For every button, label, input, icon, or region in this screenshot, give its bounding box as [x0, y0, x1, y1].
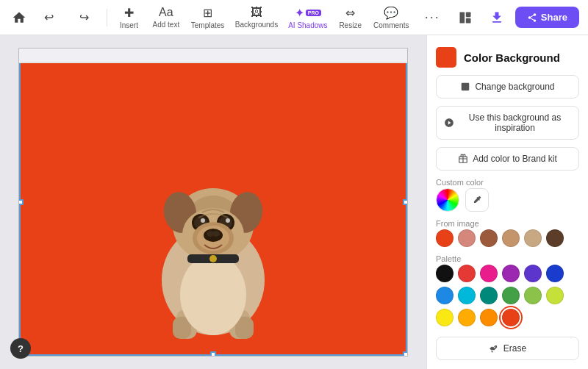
- resize-button[interactable]: ⇔ Resize: [334, 4, 367, 31]
- palette-color-15[interactable]: [502, 309, 520, 326]
- from-image-color-0[interactable]: [436, 229, 453, 247]
- palette-color-1[interactable]: [458, 265, 476, 282]
- home-button[interactable]: [9, 6, 30, 29]
- color-spectrum[interactable]: [436, 188, 459, 212]
- templates-button[interactable]: ⊞ Templates: [187, 4, 229, 31]
- from-image-color-3[interactable]: [502, 229, 520, 247]
- svg-rect-0: [459, 12, 465, 23]
- palette-color-10[interactable]: [524, 287, 542, 304]
- erase-button[interactable]: Erase: [436, 337, 579, 360]
- custom-color-label: Custom color: [436, 178, 579, 187]
- palette-color-3[interactable]: [502, 265, 520, 282]
- custom-color-row: [436, 188, 579, 212]
- palette-color-4[interactable]: [524, 265, 542, 282]
- backgrounds-button[interactable]: 🖼 Backgrounds: [232, 4, 282, 30]
- redo-button[interactable]: ↪: [68, 9, 101, 26]
- svg-point-26: [209, 255, 217, 262]
- add-text-button[interactable]: Aa Add text: [148, 4, 184, 30]
- inspiration-icon: [444, 118, 454, 128]
- toolbar-end: ··· Share: [419, 5, 579, 30]
- palette-color-5[interactable]: [546, 265, 564, 282]
- undo-button[interactable]: ↩: [33, 9, 65, 26]
- canvas-wrapper: [18, 48, 408, 357]
- eyedropper-icon: [472, 195, 482, 205]
- layout-toggle-button[interactable]: [452, 7, 478, 28]
- svg-point-24: [212, 231, 220, 237]
- palette-color-7[interactable]: [458, 287, 476, 304]
- pug-image: [132, 104, 294, 339]
- toolbar: ↩ ↪ ✚ Insert Aa Add text ⊞ Templates 🖼 B…: [0, 0, 588, 35]
- palette-color-9[interactable]: [502, 287, 520, 304]
- ai-shadows-button[interactable]: ✦PRO AI Shadows: [284, 4, 331, 31]
- palette-color-12[interactable]: [436, 309, 453, 326]
- from-image-colors: [436, 229, 579, 247]
- main-content: ? Color Background Change background Use…: [0, 35, 588, 369]
- insert-button[interactable]: ✚ Insert: [112, 4, 145, 31]
- svg-point-8: [180, 254, 246, 335]
- eyedropper-button[interactable]: [465, 188, 489, 212]
- comments-button[interactable]: 💬 Comments: [370, 4, 413, 31]
- panel-title: Color Background: [464, 51, 560, 64]
- change-background-button[interactable]: Change background: [436, 75, 579, 98]
- svg-rect-1: [466, 12, 471, 17]
- from-image-color-4[interactable]: [524, 229, 542, 247]
- custom-color-section: Custom color: [436, 178, 579, 212]
- palette-color-2[interactable]: [480, 265, 498, 282]
- palette-color-14[interactable]: [480, 309, 498, 326]
- erase-icon: [489, 343, 499, 354]
- from-image-section: From image: [436, 219, 579, 247]
- from-image-color-1[interactable]: [458, 229, 476, 247]
- from-image-color-2[interactable]: [480, 229, 498, 247]
- svg-rect-2: [466, 18, 471, 23]
- palette-color-8[interactable]: [480, 287, 498, 304]
- use-as-inspiration-button[interactable]: Use this background as inspiration: [436, 106, 579, 140]
- palette-color-11[interactable]: [546, 287, 564, 304]
- more-options-button[interactable]: ···: [419, 7, 446, 28]
- side-panel: Color Background Change background Use t…: [426, 35, 588, 369]
- from-image-label: From image: [436, 219, 579, 228]
- download-button[interactable]: [484, 5, 509, 30]
- canvas-area[interactable]: ?: [0, 35, 426, 369]
- palette-label: Palette: [436, 254, 579, 263]
- from-image-color-5[interactable]: [546, 229, 564, 247]
- palette-color-6[interactable]: [436, 287, 453, 304]
- change-bg-icon: [460, 82, 470, 92]
- add-to-brand-kit-button[interactable]: Add color to Brand kit: [436, 147, 579, 171]
- panel-color-swatch: [436, 47, 456, 68]
- svg-point-19: [226, 218, 230, 223]
- canvas-background: [19, 63, 407, 356]
- share-button[interactable]: Share: [515, 7, 579, 28]
- toolbar-divider: [107, 9, 107, 26]
- palette-colors: [436, 265, 579, 326]
- palette-color-0[interactable]: [436, 265, 453, 282]
- svg-point-18: [201, 218, 205, 223]
- panel-header: Color Background: [436, 47, 579, 68]
- help-button[interactable]: ?: [10, 338, 31, 359]
- palette-section: Palette: [436, 254, 579, 326]
- palette-color-13[interactable]: [458, 309, 476, 326]
- brand-kit-icon: [458, 154, 468, 164]
